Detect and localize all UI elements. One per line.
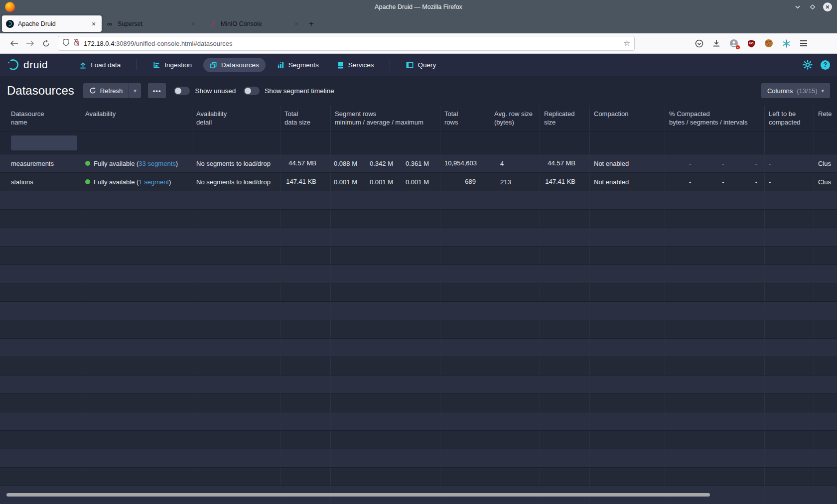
query-icon	[406, 61, 414, 69]
availability-cell: Fully available (33 segments)	[81, 154, 192, 172]
datasource-name-filter-input[interactable]	[11, 135, 77, 150]
nav-item-segments[interactable]: Segments	[271, 58, 325, 72]
percent-compacted-cell: ---	[665, 154, 765, 172]
show-segment-timeline-toggle[interactable]	[244, 87, 260, 95]
reload-icon[interactable]	[38, 36, 54, 50]
nav-item-label: Services	[348, 61, 374, 69]
column-header-availability-detail[interactable]: Availabilitydetail	[192, 106, 280, 131]
nav-separator	[390, 59, 390, 70]
show-timeline-label: Show segment timeline	[265, 87, 334, 95]
show-unused-toggle[interactable]	[174, 87, 190, 95]
datasource-name-cell[interactable]: measurements	[7, 154, 81, 172]
tab-superset[interactable]: ∞ Superset ×	[102, 15, 201, 32]
availability-detail-cell: No segments to load/drop	[192, 173, 280, 191]
close-tab-icon[interactable]: ×	[90, 20, 98, 28]
show-unused-label: Show unused	[195, 87, 236, 95]
druid-logo[interactable]: druid	[7, 58, 48, 71]
chevron-down-icon: ▾	[821, 88, 824, 94]
total-data-size-cell: 44.57 MB	[280, 154, 331, 172]
cookie-icon[interactable]	[763, 38, 774, 49]
replicated-size-cell: 44.57 MB	[540, 154, 590, 172]
empty-table-row	[0, 265, 837, 283]
columns-button[interactable]: Columns (13/15) ▾	[761, 83, 830, 98]
column-header-retention[interactable]: Rete	[814, 106, 837, 131]
column-header-percent-compacted[interactable]: % Compactedbytes / segments / intervals	[665, 106, 765, 131]
new-tab-button[interactable]: +	[304, 17, 318, 31]
more-actions-button[interactable]: •••	[148, 83, 166, 98]
nav-item-services[interactable]: Services	[330, 58, 381, 72]
availability-cell: Fully available (1 segment)	[81, 173, 192, 191]
more-icon: •••	[153, 87, 161, 95]
compaction-cell: Not enabled	[590, 173, 665, 191]
datasource-name-cell[interactable]: stations	[7, 173, 81, 191]
total-data-size-cell: 147.41 KB	[280, 173, 331, 191]
table-row-measurements[interactable]: measurements Fully available (33 segment…	[0, 154, 837, 173]
close-window-icon[interactable]	[823, 2, 832, 11]
downloads-icon[interactable]	[711, 38, 722, 49]
total-rows-cell: 10,954,603	[440, 154, 490, 172]
retention-cell[interactable]: Clus	[814, 154, 837, 172]
empty-table-row	[0, 210, 837, 228]
table-row-stations[interactable]: stations Fully available (1 segment) No …	[0, 173, 837, 191]
account-icon[interactable]: ×	[728, 38, 739, 49]
url-field[interactable]: 172.18.0.4:30899/unified-console.html#da…	[58, 36, 635, 51]
pocket-icon[interactable]	[694, 38, 704, 49]
settings-gear-icon[interactable]	[803, 60, 813, 70]
column-header-compaction[interactable]: Compaction	[590, 106, 665, 131]
column-header-datasource-name[interactable]: Datasourcename	[7, 106, 81, 131]
services-icon	[337, 61, 344, 69]
avg-row-size-cell: 213	[490, 173, 540, 191]
load-data-icon	[79, 61, 87, 69]
extension-asterisk-icon[interactable]	[781, 38, 792, 49]
tracking-shield-icon[interactable]	[62, 38, 70, 48]
segments-link[interactable]: 1 segment	[139, 178, 169, 186]
left-to-compact-cell: -	[765, 173, 814, 191]
column-header-avg-row-size[interactable]: Avg. row size(bytes)	[490, 106, 540, 131]
refresh-button[interactable]: Refresh	[83, 83, 129, 98]
column-header-total-rows[interactable]: Totalrows	[440, 106, 490, 131]
empty-table-row	[0, 320, 837, 339]
column-header-left-to-be-compacted[interactable]: Left to becompacted	[765, 106, 814, 131]
bookmark-star-icon[interactable]: ☆	[624, 39, 630, 48]
maximize-icon[interactable]	[808, 2, 817, 11]
nav-item-query[interactable]: Query	[400, 58, 442, 72]
url-text[interactable]: 172.18.0.4:30899/unified-console.html#da…	[84, 40, 620, 47]
refresh-dropdown-button[interactable]: ▾	[129, 83, 141, 98]
column-header-total-data-size[interactable]: Totaldata size	[280, 106, 331, 131]
toggle-knob	[245, 88, 251, 94]
window-title: Apache Druid — Mozilla Firefox	[375, 3, 462, 10]
tab-apache-druid[interactable]: Apache Druid ×	[2, 15, 102, 32]
tab-bar: Apache Druid × ∞ Superset × MinIO Consol…	[0, 13, 837, 33]
fully-available-dot-icon	[85, 161, 90, 166]
empty-table-row	[0, 376, 837, 394]
brand-name: druid	[23, 59, 48, 71]
close-tab-icon[interactable]: ×	[292, 20, 300, 28]
nav-item-datasources[interactable]: Datasources	[203, 58, 266, 72]
empty-table-row	[0, 247, 837, 265]
empty-table-row	[0, 357, 837, 376]
nav-item-load-data[interactable]: Load data	[73, 58, 127, 72]
nav-separator	[137, 59, 137, 70]
column-header-segment-rows[interactable]: Segment rowsminimum / average / maximum	[331, 106, 440, 131]
retention-cell[interactable]: Clus	[814, 173, 837, 191]
empty-table-row	[0, 468, 837, 486]
column-header-replicated-size[interactable]: Replicatedsize	[540, 106, 590, 131]
close-tab-icon[interactable]: ×	[189, 20, 197, 28]
ublock-icon[interactable]: UO	[746, 38, 757, 49]
segments-link[interactable]: 33 segments	[139, 160, 175, 167]
forward-icon[interactable]	[22, 36, 38, 50]
url-path: :30899/unified-console.html#datasources	[114, 40, 232, 47]
help-icon[interactable]: ?	[821, 60, 830, 70]
back-icon[interactable]	[6, 36, 22, 50]
insecure-lock-icon[interactable]	[73, 38, 80, 48]
refresh-icon	[89, 87, 96, 94]
column-header-availability[interactable]: Availability	[81, 106, 192, 131]
nav-item-label: Datasources	[221, 61, 259, 69]
replicated-size-cell: 147.41 KB	[540, 173, 590, 191]
menu-hamburger-icon[interactable]	[798, 38, 809, 49]
horizontal-scrollbar[interactable]	[6, 493, 710, 497]
nav-item-ingestion[interactable]: Ingestion	[146, 58, 198, 72]
tab-minio-console[interactable]: MinIO Console ×	[205, 15, 304, 32]
minimize-icon[interactable]	[793, 2, 802, 11]
empty-table-row	[0, 302, 837, 320]
